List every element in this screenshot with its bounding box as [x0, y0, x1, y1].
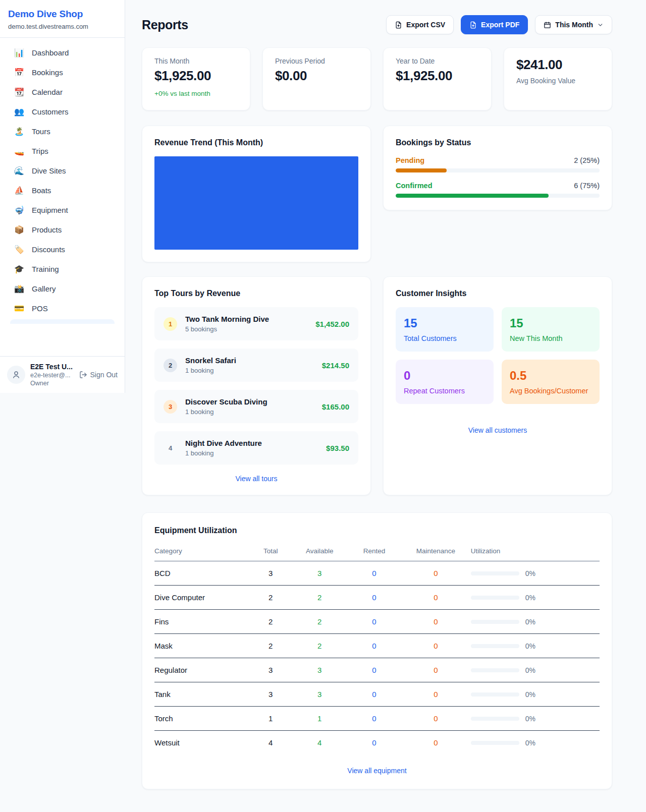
- cell-utilization: 0%: [471, 569, 600, 577]
- sidebar-item-label: Tours: [32, 127, 50, 136]
- training-icon: 🎓: [14, 264, 24, 274]
- cell-rented: 0: [348, 642, 401, 650]
- period-select[interactable]: This Month: [535, 15, 612, 34]
- column-header: Utilization: [471, 547, 600, 555]
- stat-value: $0.00: [275, 68, 358, 84]
- sign-out-button[interactable]: Sign Out: [79, 371, 118, 379]
- export-csv-button[interactable]: Export CSV: [386, 15, 454, 34]
- insight-tile-total-customers: 15 Total Customers: [396, 307, 494, 352]
- calendar-icon: [544, 21, 551, 29]
- tour-name: Night Dive Adventure: [185, 439, 262, 447]
- sidebar-item-label: Boats: [32, 186, 51, 195]
- sidebar-item-pos[interactable]: 💳POS: [5, 299, 120, 318]
- trips-icon: 🚤: [14, 146, 24, 156]
- table-row: Wetsuit 4 4 0 0 0%: [154, 731, 600, 755]
- utilization-bar: [471, 741, 519, 745]
- rank-badge: 2: [164, 359, 177, 372]
- sidebar-item-discounts[interactable]: 🏷️Discounts: [5, 240, 120, 259]
- sidebar-item-label: Products: [32, 225, 62, 234]
- cell-category: BCD: [154, 569, 250, 577]
- sidebar-item-equipment[interactable]: 🤿Equipment: [5, 200, 120, 220]
- utilization-bar: [471, 644, 519, 648]
- sidebar: Demo Dive Shop demo.test.divestreams.com…: [0, 0, 125, 393]
- revenue-trend-card: Revenue Trend (This Month): [142, 126, 371, 262]
- equipment-utilization-title: Equipment Utilization: [154, 526, 600, 535]
- utilization-percent: 0%: [525, 642, 535, 650]
- rank-badge: 1: [164, 317, 177, 331]
- insight-label: Total Customers: [404, 334, 486, 342]
- equipment-utilization-card: Equipment Utilization Category Total Ava…: [142, 512, 612, 789]
- cell-utilization: 0%: [471, 739, 600, 747]
- page-header: Reports Export CSV Export PDF This Month: [142, 15, 612, 34]
- column-header: Category: [154, 547, 250, 555]
- bookings-by-status-title: Bookings by Status: [396, 138, 600, 147]
- utilization-bar: [471, 620, 519, 624]
- status-row-confirmed: Confirmed 6 (75%): [396, 182, 600, 198]
- column-header: Maintenance: [401, 547, 471, 555]
- tour-name: Discover Scuba Diving: [185, 397, 267, 406]
- stat-value: $1,925.00: [154, 68, 238, 84]
- sidebar-item-training[interactable]: 🎓Training: [5, 259, 120, 279]
- shop-domain: demo.test.divestreams.com: [8, 23, 117, 30]
- view-all-tours-link[interactable]: View all tours: [154, 465, 358, 483]
- cell-utilization: 0%: [471, 618, 600, 626]
- cell-maintenance: 0: [401, 738, 471, 747]
- stat-value: $1,925.00: [396, 68, 479, 84]
- dive-sites-icon: 🌊: [14, 166, 24, 176]
- page-title: Reports: [142, 18, 188, 32]
- sidebar-item-trips[interactable]: 🚤Trips: [5, 141, 120, 161]
- sidebar-item-label: Trips: [32, 147, 48, 155]
- sidebar-item-reports-partial[interactable]: [10, 319, 115, 324]
- tour-name: Two Tank Morning Dive: [185, 315, 269, 323]
- cell-utilization: 0%: [471, 594, 600, 602]
- tour-bookings: 1 booking: [185, 367, 236, 374]
- tour-bookings: 5 bookings: [185, 325, 269, 333]
- cell-total: 2: [250, 617, 292, 626]
- sidebar-item-label: Calendar: [32, 88, 63, 96]
- utilization-percent: 0%: [525, 739, 535, 747]
- products-icon: 📦: [14, 225, 24, 235]
- cell-total: 3: [250, 690, 292, 699]
- stat-delta: +0% vs last month: [154, 90, 238, 97]
- sidebar-item-customers[interactable]: 👥Customers: [5, 102, 120, 122]
- utilization-percent: 0%: [525, 666, 535, 674]
- cell-maintenance: 0: [401, 617, 471, 626]
- cell-maintenance: 0: [401, 642, 471, 650]
- dashboard-icon: 📊: [14, 48, 24, 57]
- table-row: Torch 1 1 0 0 0%: [154, 707, 600, 731]
- cell-category: Regulator: [154, 666, 250, 674]
- cell-utilization: 0%: [471, 666, 600, 674]
- insight-grid: 15 Total Customers 15 New This Month 0 R…: [396, 307, 600, 404]
- sidebar-item-products[interactable]: 📦Products: [5, 220, 120, 240]
- insight-tile-avg-bookings: 0.5 Avg Bookings/Customer: [502, 360, 600, 404]
- cell-rented: 0: [348, 738, 401, 747]
- sidebar-item-label: Equipment: [32, 206, 68, 214]
- sidebar-item-bookings[interactable]: 📅Bookings: [5, 63, 120, 82]
- sidebar-item-dashboard[interactable]: 📊Dashboard: [5, 43, 120, 63]
- column-header: Available: [292, 547, 348, 555]
- cell-rented: 0: [348, 714, 401, 723]
- insight-tile-new-this-month: 15 New This Month: [502, 307, 600, 352]
- stat-card-year-to-date: Year to Date $1,925.00: [383, 47, 492, 110]
- column-header: Rented: [348, 547, 401, 555]
- cell-utilization: 0%: [471, 715, 600, 723]
- sidebar-item-tours[interactable]: 🏝️Tours: [5, 122, 120, 141]
- revenue-trend-chart: [154, 156, 358, 250]
- status-label: Pending: [396, 156, 424, 164]
- top-tours-title: Top Tours by Revenue: [154, 289, 358, 298]
- equipment-icon: 🤿: [14, 205, 24, 215]
- sidebar-item-calendar[interactable]: 📆Calendar: [5, 82, 120, 102]
- user-email: e2e-tester@...: [30, 372, 73, 379]
- export-pdf-button[interactable]: Export PDF: [461, 15, 528, 34]
- main-content: Reports Export CSV Export PDF This Month…: [125, 0, 646, 812]
- stat-card-previous-period: Previous Period $0.00: [262, 47, 371, 110]
- status-row-pending: Pending 2 (25%): [396, 156, 600, 172]
- sidebar-item-gallery[interactable]: 📸Gallery: [5, 279, 120, 299]
- cell-category: Tank: [154, 690, 250, 699]
- view-all-equipment-link[interactable]: View all equipment: [154, 767, 600, 775]
- view-all-customers-link[interactable]: View all customers: [396, 416, 600, 434]
- cell-available: 2: [292, 617, 348, 626]
- sidebar-item-dive-sites[interactable]: 🌊Dive Sites: [5, 161, 120, 181]
- sidebar-item-boats[interactable]: ⛵Boats: [5, 181, 120, 200]
- sidebar-item-label: Dive Sites: [32, 166, 66, 175]
